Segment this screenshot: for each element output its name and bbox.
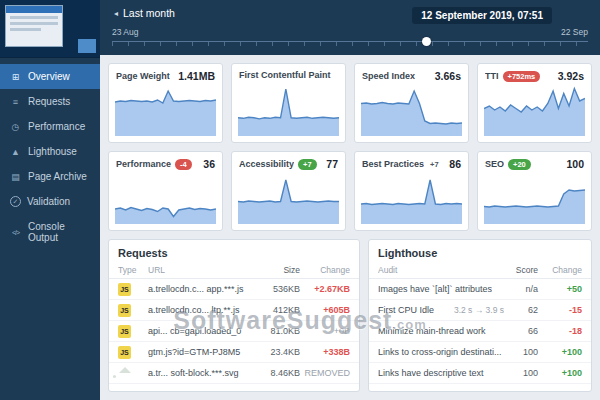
metric-card-header: TTI+752ms3.92s xyxy=(478,64,591,84)
timeline-start-label: 23 Aug xyxy=(112,27,138,37)
metric-title: Best Practices xyxy=(362,159,424,169)
javascript-file-icon: JS xyxy=(118,304,131,317)
sidebar-item-performance[interactable]: ◷Performance xyxy=(0,114,100,139)
col-size: Size xyxy=(256,265,300,275)
request-change: +605B xyxy=(300,305,350,315)
audit-row[interactable]: Images have `[alt]` attributesn/a+50 xyxy=(369,279,591,300)
request-row[interactable]: JSa.trellocdn.co... ltp.**.js412KB+605B xyxy=(109,300,359,321)
metric-title: Accessibility xyxy=(239,159,294,169)
sidebar-item-validation[interactable]: ✓Validation xyxy=(0,189,100,214)
timeline-track[interactable] xyxy=(112,41,588,49)
audit-title: Minimize main-thread work xyxy=(378,326,486,336)
gauge-icon: ◷ xyxy=(9,122,22,132)
audit-title: Images have `[alt]` attributes xyxy=(378,284,492,294)
timeline-end-label: 22 Sep xyxy=(561,27,588,37)
col-score: Score xyxy=(504,265,538,275)
list-icon: ≡ xyxy=(9,97,22,107)
metric-card-header: Best Practices+786 xyxy=(355,152,468,172)
request-row[interactable]: JSapi... cb=gapi.loaded_081.0KB+0B xyxy=(109,321,359,342)
selected-date-badge: 12 September 2019, 07:51 xyxy=(412,7,552,24)
request-type-cell: JS xyxy=(118,325,148,338)
metric-card-header: Accessibility+777 xyxy=(232,152,345,172)
col-type: Type xyxy=(118,265,148,275)
requests-table-body: JSa.trellocdn.c... app.***.js536KB+2.67K… xyxy=(109,279,359,384)
metric-title: Performance xyxy=(116,159,171,169)
metric-value: 100 xyxy=(566,158,584,170)
sidebar-item-overview[interactable]: ⊞Overview xyxy=(0,64,100,89)
audit-change: -15 xyxy=(538,305,582,315)
bottom-panels: Requests Type URL Size Change JSa.trello… xyxy=(108,239,592,392)
metric-card-first-contentful-paint[interactable]: First Contentful Paint xyxy=(231,63,346,143)
audit-row[interactable]: Links have descriptive text100+100 xyxy=(369,363,591,384)
request-change: +0B xyxy=(300,326,350,336)
sidebar-item-page-archive[interactable]: ▤Page Archive xyxy=(0,164,100,189)
metric-card-accessibility[interactable]: Accessibility+777 xyxy=(231,151,346,231)
sidebar-item-label: Requests xyxy=(28,96,70,107)
metric-card-page-weight[interactable]: Page Weight1.41MB xyxy=(108,63,223,143)
metric-cards-row-2: Performance-436Accessibility+777Best Pra… xyxy=(108,151,592,231)
metric-card-header: SEO+20100 xyxy=(478,152,591,172)
lighthouse-icon: ▲ xyxy=(9,147,22,157)
metric-card-header: First Contentful Paint xyxy=(232,64,345,82)
sidebar-item-lighthouse[interactable]: ▲Lighthouse xyxy=(0,139,100,164)
audit-title: Links have descriptive text xyxy=(378,368,484,378)
col-audit: Audit xyxy=(378,265,504,275)
sidebar-item-label: Validation xyxy=(27,196,70,207)
sidebar-item-label: Lighthouse xyxy=(28,146,77,157)
request-row[interactable]: JSa.trellocdn.c... app.***.js536KB+2.67K… xyxy=(109,279,359,300)
request-url: a.trellocdn.co... ltp.**.js xyxy=(148,305,256,315)
metric-card-header: Performance-436 xyxy=(109,152,222,172)
code-icon: </> xyxy=(9,229,22,236)
request-size: 8.46KB xyxy=(256,368,300,378)
archive-icon: ▤ xyxy=(9,172,22,182)
sidebar-item-console-output[interactable]: </>Console Output xyxy=(0,214,100,250)
audit-title: First CPU Idle xyxy=(378,305,434,315)
request-url: api... cb=gapi.loaded_0 xyxy=(148,326,256,336)
audit-change: +100 xyxy=(538,368,582,378)
metric-change-badge: +7 xyxy=(428,159,441,170)
javascript-file-icon: JS xyxy=(118,325,131,338)
audit-score: 100 xyxy=(504,368,538,378)
request-row[interactable]: JSgtm.js?id=GTM-PJ8M523.4KB+338B xyxy=(109,342,359,363)
col-change: Change xyxy=(538,265,582,275)
request-row[interactable]: a.tr... soft-block.***.svg8.46KBREMOVED xyxy=(109,363,359,384)
audit-cell: Minimize main-thread work xyxy=(378,326,504,336)
request-type-cell: JS xyxy=(118,346,148,359)
metric-value: 3.92s xyxy=(558,70,584,82)
audit-row[interactable]: First CPU Idle3.2 s → 3.9 s62-15 xyxy=(369,300,591,321)
main-content: Page Weight1.41MBFirst Contentful PaintS… xyxy=(100,55,600,400)
sidebar-item-requests[interactable]: ≡Requests xyxy=(0,89,100,114)
metric-card-performance[interactable]: Performance-436 xyxy=(108,151,223,231)
metric-card-seo[interactable]: SEO+20100 xyxy=(477,151,592,231)
audit-row[interactable]: Links to cross-origin destinati...100+10… xyxy=(369,342,591,363)
metric-card-best-practices[interactable]: Best Practices+786 xyxy=(354,151,469,231)
site-thumbnail[interactable] xyxy=(0,0,100,58)
sidebar-nav: ⊞Overview≡Requests◷Performance▲Lighthous… xyxy=(0,64,100,250)
audit-title: Links to cross-origin destinati... xyxy=(378,347,502,357)
audit-change: -18 xyxy=(538,326,582,336)
caret-left-icon: ◂ xyxy=(114,9,118,18)
metric-cards-row-1: Page Weight1.41MBFirst Contentful PaintS… xyxy=(108,63,592,143)
audit-row[interactable]: Minimize main-thread work66-18 xyxy=(369,321,591,342)
col-url: URL xyxy=(148,265,256,275)
lighthouse-table-body: Images have `[alt]` attributesn/a+50Firs… xyxy=(369,279,591,384)
metric-sparkline-chart xyxy=(484,86,585,136)
timeline-ticks xyxy=(112,42,588,46)
col-change: Change xyxy=(300,265,350,275)
request-url: gtm.js?id=GTM-PJ8M5 xyxy=(148,347,256,357)
app-window: ⊞Overview≡Requests◷Performance▲Lighthous… xyxy=(0,0,600,400)
metric-change-badge: +7 xyxy=(298,159,317,170)
metric-card-tti[interactable]: TTI+752ms3.92s xyxy=(477,63,592,143)
audit-change: +50 xyxy=(538,284,582,294)
audit-score: 100 xyxy=(504,347,538,357)
metric-card-speed-index[interactable]: Speed Index3.66s xyxy=(354,63,469,143)
metric-title: SEO xyxy=(485,159,504,169)
content-column: ◂ Last month 12 September 2019, 07:51 23… xyxy=(100,0,600,400)
metric-card-header: Page Weight1.41MB xyxy=(109,64,222,84)
metric-sparkline-chart xyxy=(361,86,462,136)
lighthouse-panel: Lighthouse Audit Score Change Images hav… xyxy=(368,239,592,392)
request-url: a.tr... soft-block.***.svg xyxy=(148,368,256,378)
metric-sparkline-chart xyxy=(238,84,339,136)
date-range-selector[interactable]: ◂ Last month xyxy=(114,7,175,19)
request-change: REMOVED xyxy=(300,368,350,378)
